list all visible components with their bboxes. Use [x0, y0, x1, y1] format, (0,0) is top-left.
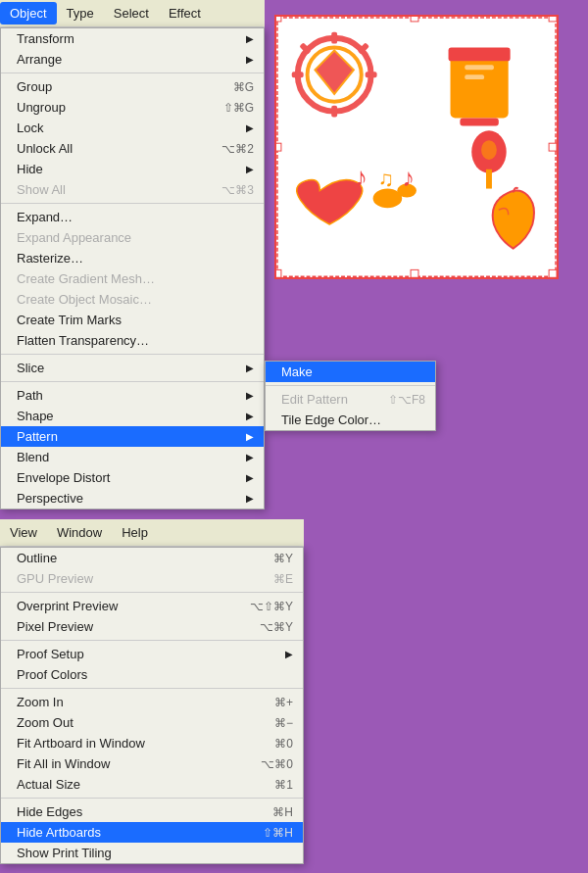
- menubar-item-effect[interactable]: Effect: [159, 2, 211, 24]
- svg-rect-24: [411, 17, 418, 22]
- svg-rect-26: [276, 143, 281, 151]
- svg-rect-27: [549, 143, 557, 151]
- view-menubar-item-help[interactable]: Help: [112, 521, 158, 544]
- view-menu-item-fit-all[interactable]: Fit All in Window ⌥⌘0: [1, 753, 303, 774]
- svg-rect-25: [549, 17, 557, 22]
- view-separator-4: [1, 798, 303, 799]
- menu-item-expand[interactable]: Expand…: [1, 207, 264, 227]
- pattern-submenu: Make Edit Pattern ⇧⌥F8 Tile Edge Color…: [265, 361, 436, 431]
- view-menu-item-proof-setup[interactable]: Proof Setup ▶: [1, 644, 303, 664]
- svg-rect-29: [411, 269, 418, 277]
- menu-item-perspective[interactable]: Perspective ▶: [1, 488, 264, 509]
- submenu-item-tile-edge-color[interactable]: Tile Edge Color…: [266, 410, 435, 430]
- svg-rect-12: [465, 65, 494, 70]
- view-menu-item-actual-size[interactable]: Actual Size ⌘1: [1, 774, 303, 795]
- menu-item-hide[interactable]: Hide ▶: [1, 159, 264, 179]
- submenu-item-make[interactable]: Make: [266, 362, 435, 382]
- menu-item-flatten-transparency[interactable]: Flatten Transparency…: [1, 330, 264, 351]
- menu-item-create-trim-marks[interactable]: Create Trim Marks: [1, 310, 264, 330]
- svg-rect-28: [276, 269, 281, 277]
- view-menu-item-show-print-tiling[interactable]: Show Print Tiling: [1, 843, 303, 863]
- artboard: ♪ ♫ ♪: [274, 15, 559, 279]
- svg-rect-6: [366, 72, 377, 77]
- svg-rect-23: [276, 17, 281, 22]
- svg-marker-2: [315, 51, 353, 94]
- separator-4: [1, 381, 264, 382]
- svg-text:♪: ♪: [354, 162, 368, 192]
- svg-rect-17: [486, 170, 492, 189]
- menu-item-rasterize[interactable]: Rasterize…: [1, 248, 264, 268]
- view-dropdown: Outline ⌘Y GPU Preview ⌘E Overprint Prev…: [0, 547, 304, 864]
- separator-submenu: [266, 385, 435, 386]
- view-separator-1: [1, 592, 303, 593]
- view-menu-item-zoom-out[interactable]: Zoom Out ⌘−: [1, 712, 303, 733]
- view-menu-item-fit-artboard[interactable]: Fit Artboard in Window ⌘0: [1, 733, 303, 753]
- separator-2: [1, 203, 264, 204]
- object-menubar: Object Type Select Effect: [0, 0, 265, 27]
- menu-item-show-all[interactable]: Show All ⌥⌘3: [1, 179, 264, 200]
- menu-item-pattern[interactable]: Pattern ▶: [1, 426, 264, 447]
- menu-item-path[interactable]: Path ▶: [1, 385, 264, 406]
- menu-item-arrange[interactable]: Arrange ▶: [1, 49, 264, 70]
- artboard-svg: ♪ ♫ ♪: [276, 17, 557, 277]
- menu-item-transform[interactable]: Transform ▶: [1, 28, 264, 49]
- view-section: View Window Help Outline ⌘Y GPU Preview …: [0, 519, 304, 864]
- menu-item-create-object-mosaic: Create Object Mosaic…: [1, 289, 264, 310]
- menubar-item-type[interactable]: Type: [57, 2, 104, 24]
- svg-rect-30: [549, 269, 557, 277]
- menu-item-envelope-distort[interactable]: Envelope Distort ▶: [1, 467, 264, 488]
- svg-rect-13: [465, 74, 484, 79]
- view-menu-item-proof-colors[interactable]: Proof Colors: [1, 664, 303, 685]
- svg-rect-5: [292, 72, 304, 77]
- view-menu-item-hide-artboards[interactable]: Hide Artboards ⇧⌘H: [1, 822, 303, 843]
- svg-rect-10: [449, 48, 511, 62]
- menubar-item-object[interactable]: Object: [0, 2, 57, 24]
- menu-item-lock[interactable]: Lock ▶: [1, 118, 264, 138]
- view-menu-item-zoom-in[interactable]: Zoom In ⌘+: [1, 692, 303, 712]
- separator-3: [1, 354, 264, 355]
- svg-text:♫: ♫: [378, 167, 394, 191]
- svg-rect-9: [451, 55, 509, 118]
- object-dropdown: Transform ▶ Arrange ▶ Group ⌘G Ungroup ⇧…: [0, 27, 265, 509]
- view-menubar-item-view[interactable]: View: [0, 521, 47, 544]
- submenu-item-edit-pattern: Edit Pattern ⇧⌥F8: [266, 389, 435, 410]
- view-menubar: View Window Help: [0, 519, 304, 547]
- svg-rect-4: [331, 106, 337, 118]
- menubar-item-select[interactable]: Select: [104, 2, 159, 24]
- menu-item-blend[interactable]: Blend ▶: [1, 447, 264, 467]
- menu-item-ungroup[interactable]: Ungroup ⇧⌘G: [1, 97, 264, 118]
- view-menubar-item-window[interactable]: Window: [47, 521, 112, 544]
- view-menu-item-outline[interactable]: Outline ⌘Y: [1, 548, 303, 568]
- svg-text:♪: ♪: [402, 164, 415, 191]
- svg-rect-11: [460, 119, 498, 126]
- menu-item-expand-appearance[interactable]: Expand Appearance: [1, 227, 264, 248]
- menu-item-create-gradient-mesh: Create Gradient Mesh…: [1, 268, 264, 289]
- menu-item-unlock-all[interactable]: Unlock All ⌥⌘2: [1, 138, 264, 159]
- view-separator-3: [1, 688, 303, 689]
- separator-1: [1, 73, 264, 73]
- view-menu-item-pixel-preview[interactable]: Pixel Preview ⌥⌘Y: [1, 616, 303, 637]
- view-menu-item-hide-edges[interactable]: Hide Edges ⌘H: [1, 801, 303, 822]
- menu-item-slice[interactable]: Slice ▶: [1, 358, 264, 378]
- svg-point-18: [481, 140, 497, 160]
- view-separator-2: [1, 640, 303, 641]
- svg-rect-3: [331, 32, 337, 44]
- view-menu-item-gpu-preview: GPU Preview ⌘E: [1, 568, 303, 589]
- menu-item-shape[interactable]: Shape ▶: [1, 406, 264, 426]
- view-menu-item-overprint-preview[interactable]: Overprint Preview ⌥⇧⌘Y: [1, 596, 303, 616]
- menu-item-group[interactable]: Group ⌘G: [1, 76, 264, 97]
